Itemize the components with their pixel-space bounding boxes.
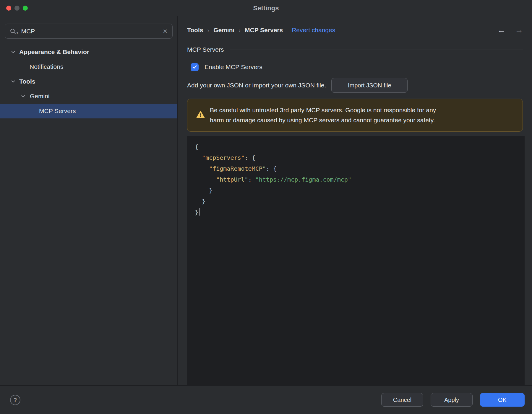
section-divider [230, 50, 523, 50]
breadcrumb: Tools › Gemini › MCP Servers Revert chan… [187, 24, 335, 37]
breadcrumb-separator: › [239, 27, 241, 34]
tree-item-notifications[interactable]: Notifications [0, 59, 177, 74]
search-icon[interactable]: ▾ [10, 28, 18, 35]
clear-search-icon[interactable]: ✕ [163, 28, 168, 34]
chevron-down-icon[interactable] [11, 51, 15, 53]
tree-item-tools[interactable]: Tools [0, 74, 177, 89]
settings-window: Settings ▾ ✕ Appearance & Behavior [0, 0, 532, 414]
forward-arrow-icon[interactable]: → [515, 25, 523, 35]
enable-mcp-checkbox[interactable] [191, 63, 199, 71]
footer: ? Cancel Apply OK [0, 385, 532, 414]
warning-text-line1: Be careful with untrusted 3rd party MCP … [210, 105, 436, 115]
warning-text: Be careful with untrusted 3rd party MCP … [210, 105, 436, 125]
json-editor-code: { "mcpServers": { "figmaRemoteMCP": { "h… [187, 136, 525, 218]
tree-item-appearance-behavior[interactable]: Appearance & Behavior [0, 45, 177, 59]
cancel-button[interactable]: Cancel [381, 393, 423, 407]
warning-banner: Be careful with untrusted 3rd party MCP … [187, 99, 523, 132]
section-title: MCP Servers [187, 46, 224, 53]
ok-button[interactable]: OK [480, 393, 525, 407]
revert-changes-link[interactable]: Revert changes [292, 27, 335, 34]
settings-content: Tools › Gemini › MCP Servers Revert chan… [178, 16, 532, 385]
tree-item-gemini[interactable]: Gemini [0, 89, 177, 104]
enable-mcp-label: Enable MCP Servers [205, 63, 262, 71]
import-instruction: Add your own JSON or import your own JSO… [187, 82, 326, 89]
settings-sidebar: ▾ ✕ Appearance & Behavior Notifications … [0, 16, 178, 385]
settings-tree: Appearance & Behavior Notifications Tool… [0, 45, 177, 118]
enable-mcp-row: Enable MCP Servers [191, 60, 262, 74]
json-editor[interactable]: { "mcpServers": { "figmaRemoteMCP": { "h… [187, 136, 525, 385]
tree-label: Appearance & Behavior [19, 48, 89, 56]
tree-label: MCP Servers [39, 107, 76, 115]
back-arrow-icon[interactable]: ← [497, 25, 505, 35]
warning-text-line2: harm or damage caused by using MCP serve… [210, 115, 436, 125]
search-options-caret-icon: ▾ [17, 31, 18, 35]
window-title: Settings [0, 0, 532, 16]
help-glyph: ? [14, 397, 17, 403]
titlebar: Settings [0, 0, 532, 16]
tree-label: Tools [19, 78, 35, 85]
search-input[interactable] [21, 28, 160, 35]
section-header: MCP Servers [187, 43, 523, 56]
tree-label: Notifications [30, 63, 63, 70]
footer-buttons: Cancel Apply OK [381, 393, 525, 407]
apply-button[interactable]: Apply [431, 393, 473, 407]
breadcrumb-gemini[interactable]: Gemini [213, 27, 234, 34]
import-json-button[interactable]: Import JSON file [331, 78, 408, 93]
tree-item-mcp-servers[interactable]: MCP Servers [0, 104, 177, 118]
breadcrumb-mcp-servers[interactable]: MCP Servers [245, 27, 283, 34]
help-icon[interactable]: ? [10, 395, 20, 405]
chevron-down-icon[interactable] [11, 80, 15, 83]
breadcrumb-separator: › [207, 27, 209, 34]
import-row: Add your own JSON or import your own JSO… [187, 78, 408, 93]
history-navigation: ← → [497, 24, 523, 37]
chevron-down-icon[interactable] [21, 95, 25, 97]
breadcrumb-tools[interactable]: Tools [187, 27, 203, 34]
text-cursor [199, 208, 200, 216]
checkmark-icon [192, 65, 197, 69]
tree-label: Gemini [30, 93, 50, 100]
warning-icon [196, 111, 205, 120]
search-box[interactable]: ▾ ✕ [5, 24, 173, 39]
